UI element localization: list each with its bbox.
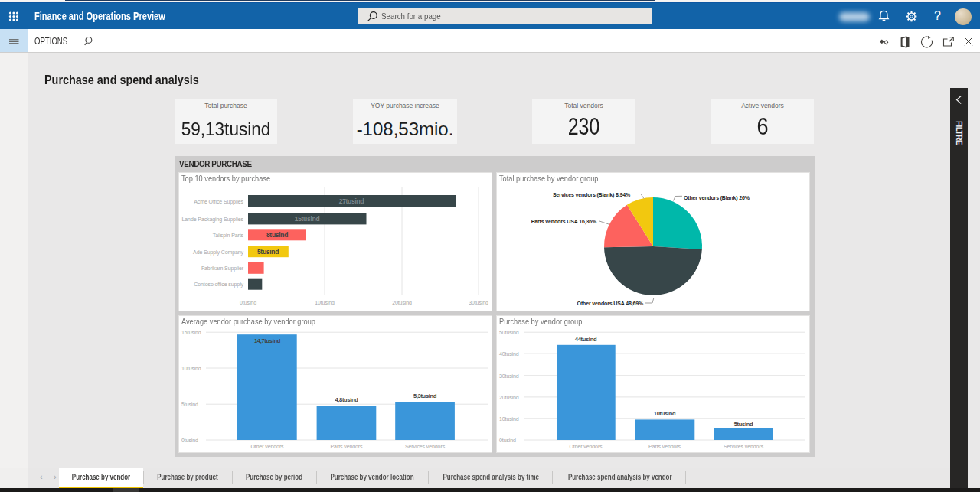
svg-text:Ade Supply Company: Ade Supply Company [193, 249, 244, 256]
svg-text:50tusind: 50tusind [499, 330, 519, 335]
svg-text:Services vendors (Blank) 8,94%: Services vendors (Blank) 8,94% [553, 192, 631, 198]
svg-text:15tusind: 15tusind [181, 330, 201, 335]
svg-text:4,8tusind: 4,8tusind [335, 396, 358, 403]
svg-text:10tusind: 10tusind [499, 416, 519, 422]
svg-text:Tailspin Parts: Tailspin Parts [213, 233, 244, 239]
svg-text:8tusind: 8tusind [266, 231, 288, 239]
svg-text:Fabrikam Supplier: Fabrikam Supplier [201, 266, 244, 272]
svg-text:Services vendors: Services vendors [724, 444, 764, 449]
svg-text:5tusind: 5tusind [734, 421, 753, 428]
svg-text:5,3tusind: 5,3tusind [413, 393, 437, 399]
svg-text:5tusind: 5tusind [257, 248, 279, 256]
svg-text:Acme Office Supplies: Acme Office Supplies [194, 199, 243, 205]
svg-text:10tusind: 10tusind [315, 300, 335, 305]
svg-text:Parts vendors: Parts vendors [648, 444, 681, 449]
svg-text:15tusind: 15tusind [295, 215, 320, 223]
svg-text:27tusind: 27tusind [339, 197, 364, 205]
svg-text:40tusind: 40tusind [499, 351, 519, 357]
svg-text:0tusind: 0tusind [499, 438, 516, 443]
svg-text:30tusind: 30tusind [469, 300, 488, 305]
svg-text:Other vendors: Other vendors [569, 444, 603, 449]
svg-text:Other vendors USA 48,69%: Other vendors USA 48,69% [577, 301, 644, 307]
svg-text:Parts vendors USA 16,36%: Parts vendors USA 16,36% [531, 219, 597, 225]
svg-text:20tusind: 20tusind [392, 300, 412, 305]
svg-text:0tusind: 0tusind [240, 300, 256, 305]
svg-text:Parts vendors: Parts vendors [331, 444, 363, 449]
svg-text:20tusind: 20tusind [499, 395, 519, 400]
svg-text:5tusind: 5tusind [181, 402, 198, 407]
svg-text:10tusind: 10tusind [654, 410, 676, 417]
svg-text:14,7tusind: 14,7tusind [254, 337, 281, 344]
svg-text:Contoso office supply: Contoso office supply [194, 282, 243, 288]
svg-text:44tusind: 44tusind [575, 336, 597, 343]
svg-text:Other vendors (Blank) 26%: Other vendors (Blank) 26% [684, 195, 750, 201]
svg-text:Other vendors: Other vendors [250, 444, 284, 449]
svg-text:Services vendors: Services vendors [405, 444, 446, 449]
svg-text:30tusind: 30tusind [499, 373, 519, 379]
svg-text:Lande Packaging Supplies: Lande Packaging Supplies [182, 217, 244, 223]
svg-text:0tusind: 0tusind [181, 438, 198, 443]
svg-text:10tusind: 10tusind [181, 366, 201, 371]
